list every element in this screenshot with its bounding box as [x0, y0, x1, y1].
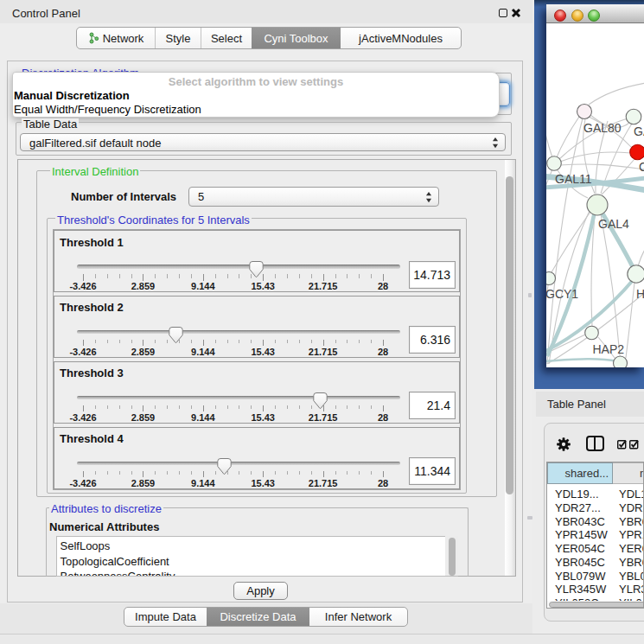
- svg-text:HAP2: HAP2: [593, 342, 625, 356]
- svg-text:C: C: [639, 160, 644, 174]
- svg-text:GAL80: GAL80: [583, 121, 622, 135]
- svg-text:GAL11: GAL11: [555, 172, 592, 186]
- svg-text:GCY1: GCY1: [546, 287, 578, 301]
- svg-text:H: H: [636, 287, 644, 301]
- svg-text:GAL4: GAL4: [598, 217, 629, 231]
- svg-text:GA: GA: [634, 124, 644, 138]
